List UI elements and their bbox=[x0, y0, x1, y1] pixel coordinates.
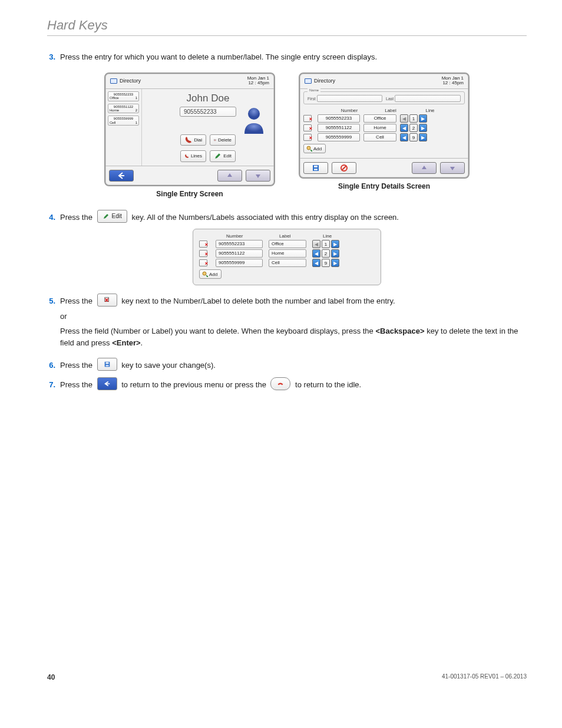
line-next-button[interactable]: ▶ bbox=[331, 240, 339, 248]
header-time: 12 : 45pm bbox=[442, 81, 464, 86]
edit-key[interactable]: Edit bbox=[97, 210, 127, 223]
svg-rect-15 bbox=[105, 363, 108, 364]
col-line: Line bbox=[411, 108, 449, 113]
header-title: Directory bbox=[314, 78, 335, 84]
dial-button[interactable]: Dial bbox=[180, 134, 206, 146]
step-3: 3. Press the entry for which you want to… bbox=[47, 51, 527, 63]
label-field[interactable]: Cell bbox=[363, 133, 396, 141]
label-field[interactable]: Home bbox=[269, 249, 306, 258]
directory-icon bbox=[110, 78, 117, 84]
line-prev-button[interactable]: ◀ bbox=[312, 240, 320, 248]
number-field[interactable]: 9055559999 bbox=[216, 259, 263, 267]
detail-row: × 9055559999 Cell ◀ 9 ▶ bbox=[199, 258, 375, 268]
line-next-button[interactable]: ▶ bbox=[419, 124, 427, 132]
number-field[interactable]: 9055551122 bbox=[318, 124, 360, 132]
line-next-button[interactable]: ▶ bbox=[331, 259, 339, 267]
contact-number: 9055552233 bbox=[180, 107, 236, 117]
label-field[interactable]: Home bbox=[363, 124, 396, 132]
delete-row-key[interactable] bbox=[97, 294, 117, 307]
number-field[interactable]: 9055552233 bbox=[216, 240, 263, 248]
sidebar-entry[interactable]: 9055552233 Office1 bbox=[108, 91, 139, 101]
line-prev-button[interactable]: ◀ bbox=[312, 249, 320, 258]
add-button[interactable]: Add bbox=[303, 144, 326, 153]
sidebar-entry[interactable]: 9055551122 Home2 bbox=[108, 104, 139, 114]
label-field[interactable]: Office bbox=[269, 240, 306, 248]
screens-row: Directory Mon Jan 1 12 : 45pm 9055552233… bbox=[47, 73, 527, 198]
edit-button[interactable]: Edit bbox=[210, 150, 236, 162]
step-6-num: 6. bbox=[47, 361, 55, 370]
avatar-icon bbox=[241, 106, 267, 134]
svg-line-9 bbox=[342, 166, 346, 170]
header-title: Directory bbox=[120, 78, 141, 84]
save-button[interactable] bbox=[303, 162, 328, 174]
svg-point-10 bbox=[203, 272, 206, 275]
first-input[interactable] bbox=[317, 95, 382, 102]
contact-name: John Doe bbox=[146, 93, 270, 104]
back-button[interactable] bbox=[109, 170, 134, 182]
delete-row-icon[interactable]: × bbox=[303, 134, 312, 141]
first-label: First bbox=[308, 97, 316, 101]
number-field[interactable]: 9055552233 bbox=[318, 114, 360, 123]
step-4-post: key. All of the Numbers/Labels associate… bbox=[131, 213, 399, 222]
sidebar-entry[interactable]: 9055559999 Cell1 bbox=[108, 116, 139, 126]
detail-row: × 9055552233 Office ◀ 1 ▶ bbox=[199, 239, 375, 249]
svg-rect-1 bbox=[214, 139, 216, 141]
line-next-button[interactable]: ▶ bbox=[419, 114, 427, 123]
col-label: Label bbox=[374, 108, 407, 113]
svg-rect-7 bbox=[314, 169, 318, 170]
delete-row-icon[interactable]: × bbox=[199, 250, 207, 257]
line-prev-button[interactable]: ◀ bbox=[400, 124, 408, 132]
number-field[interactable]: 9055551122 bbox=[216, 249, 263, 258]
detail-row: × 9055552233 Office ◀ 1 ▶ bbox=[303, 114, 465, 123]
delete-row-icon[interactable]: × bbox=[303, 115, 312, 122]
save-key[interactable] bbox=[97, 358, 117, 371]
down-button[interactable] bbox=[246, 170, 270, 182]
svg-rect-16 bbox=[105, 365, 108, 367]
up-button[interactable] bbox=[412, 162, 437, 174]
delete-row-icon[interactable]: × bbox=[303, 124, 312, 131]
name-fieldset: Name First Last bbox=[303, 91, 465, 104]
enter-key-text: <Enter> bbox=[112, 338, 140, 347]
label-field[interactable]: Cell bbox=[269, 259, 306, 267]
add-button[interactable]: Add bbox=[199, 269, 222, 279]
col-line: Line bbox=[323, 233, 364, 239]
line-prev-button[interactable]: ◀ bbox=[400, 114, 408, 123]
cancel-button[interactable] bbox=[332, 162, 356, 174]
delete-button[interactable]: Delete bbox=[210, 134, 236, 146]
last-input[interactable] bbox=[395, 95, 461, 102]
directory-icon bbox=[305, 78, 312, 84]
delete-row-icon[interactable]: × bbox=[199, 241, 207, 248]
page-number: 40 bbox=[47, 673, 55, 681]
step-4-num: 4. bbox=[47, 213, 55, 222]
line-next-button[interactable]: ▶ bbox=[331, 249, 339, 258]
step-5-or: or bbox=[60, 311, 527, 322]
svg-point-0 bbox=[248, 108, 260, 120]
step-5-num: 5. bbox=[47, 297, 55, 305]
line-value: 1 bbox=[322, 240, 330, 248]
step-3-num: 3. bbox=[47, 52, 55, 61]
line-value: 9 bbox=[322, 259, 330, 267]
single-entry-details-screen: Directory Mon Jan 1 12 : 45pm Name First… bbox=[299, 73, 470, 179]
caption-left: Single Entry Screen bbox=[104, 190, 275, 198]
last-label: Last bbox=[386, 97, 394, 101]
details-panel: Number Label Line × 9055552233 Office ◀ … bbox=[193, 229, 381, 285]
step-6: 6. Press the key to save your change(s). bbox=[47, 358, 527, 371]
goodbye-key[interactable] bbox=[270, 377, 290, 390]
line-prev-button[interactable]: ◀ bbox=[400, 133, 408, 141]
line-prev-button[interactable]: ◀ bbox=[312, 259, 320, 267]
down-button[interactable] bbox=[440, 162, 465, 174]
step-4: 4. Press the Edit key. All of the Number… bbox=[47, 210, 527, 223]
caption-right: Single Entry Details Screen bbox=[299, 182, 470, 190]
step-3-text: Press the entry for which you want to de… bbox=[60, 51, 527, 63]
step-5: 5. Press the key next to the Number/Labe… bbox=[47, 294, 527, 352]
number-field[interactable]: 9055559999 bbox=[318, 133, 360, 141]
svg-rect-6 bbox=[314, 166, 318, 167]
back-key[interactable] bbox=[97, 377, 117, 390]
up-button[interactable] bbox=[217, 170, 242, 182]
delete-row-icon[interactable]: × bbox=[199, 259, 207, 266]
lines-button[interactable]: Lines bbox=[180, 150, 206, 162]
label-field[interactable]: Office bbox=[363, 114, 396, 123]
line-next-button[interactable]: ▶ bbox=[419, 133, 427, 141]
line-value: 2 bbox=[322, 249, 330, 258]
step-4-pre: Press the bbox=[60, 213, 92, 222]
